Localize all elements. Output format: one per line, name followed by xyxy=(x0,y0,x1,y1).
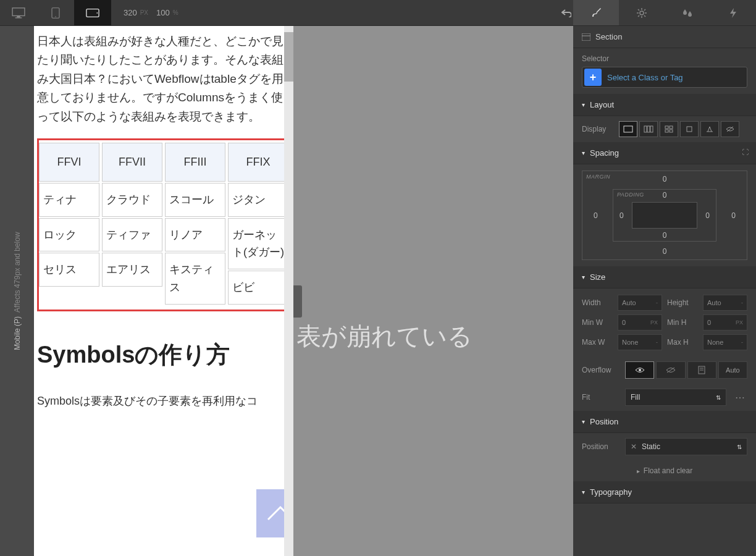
table-cell: ガーネット(ダガー) xyxy=(228,218,288,270)
scrollbar-thumb[interactable] xyxy=(284,32,293,82)
table-header: FFIX xyxy=(228,143,288,182)
fit-row: Fit Fill⇅ ⋯ xyxy=(573,384,756,411)
panel-tabs xyxy=(573,0,756,26)
overflow-row: Overflow Auto xyxy=(573,356,756,384)
position-select[interactable]: ✕Static ⇅ xyxy=(625,438,747,455)
flex-icon xyxy=(644,125,653,133)
table-cell: ティナ xyxy=(39,183,99,217)
svg-rect-2 xyxy=(15,17,22,18)
padding-left[interactable]: 0 xyxy=(620,211,624,220)
svg-rect-21 xyxy=(687,127,692,132)
breakpoint-desktop[interactable] xyxy=(0,0,37,25)
minw-input[interactable]: 0PX xyxy=(618,314,662,331)
padding-top[interactable]: 0 xyxy=(663,191,667,200)
droplets-icon xyxy=(682,7,693,19)
display-grid[interactable] xyxy=(660,121,678,137)
float-clear-row[interactable]: ▸ Float and clear xyxy=(573,460,756,481)
canvas-zoom[interactable]: 100 xyxy=(156,8,170,17)
display-block[interactable] xyxy=(619,121,637,137)
zoom-unit: % xyxy=(173,9,178,16)
table-header: FFIII xyxy=(165,143,225,182)
svg-rect-1 xyxy=(17,15,20,17)
minh-label: Min H xyxy=(667,318,698,327)
size-section-header[interactable]: ▾ Size xyxy=(573,266,756,289)
preview-scrollbar[interactable] xyxy=(284,26,293,556)
layout-section-header[interactable]: ▾ Layout xyxy=(573,94,756,116)
margin-bottom[interactable]: 0 xyxy=(663,247,667,256)
close-icon: ✕ xyxy=(631,442,637,451)
tab-effects[interactable] xyxy=(710,0,756,25)
display-inline[interactable] xyxy=(700,121,719,137)
tab-style[interactable] xyxy=(573,0,619,25)
display-none[interactable] xyxy=(721,121,739,137)
table-cell: ロック xyxy=(39,218,99,252)
margin-top[interactable]: 0 xyxy=(663,175,667,183)
padding-right[interactable]: 0 xyxy=(705,211,710,220)
resize-handle[interactable] xyxy=(293,285,302,318)
chevron-down-icon: ▾ xyxy=(582,150,585,156)
svg-rect-20 xyxy=(670,130,673,132)
width-input[interactable]: Auto- xyxy=(618,295,662,311)
tab-settings[interactable] xyxy=(619,0,665,25)
overflow-visible[interactable] xyxy=(625,361,654,379)
overflow-auto[interactable]: Auto xyxy=(718,361,747,379)
table-cell: セリス xyxy=(39,253,99,287)
overflow-hidden[interactable] xyxy=(656,361,685,379)
margin-left[interactable]: 0 xyxy=(594,211,598,220)
chevron-down-icon: ▾ xyxy=(582,274,585,280)
breakpoint-switcher xyxy=(0,0,111,25)
maxw-label: Max W xyxy=(582,338,613,347)
add-class-button[interactable]: + xyxy=(584,69,602,86)
fit-select[interactable]: Fill⇅ xyxy=(625,389,726,406)
fit-more-button[interactable]: ⋯ xyxy=(733,392,747,403)
padding-bottom[interactable]: 0 xyxy=(663,231,667,240)
minh-input[interactable]: 0PX xyxy=(703,314,747,331)
chevron-down-icon: ▾ xyxy=(582,101,585,108)
canvas-width[interactable]: 320 xyxy=(124,8,137,17)
block-icon xyxy=(623,125,633,133)
maxw-input[interactable]: None- xyxy=(618,334,662,350)
svg-point-10 xyxy=(640,11,644,15)
spacing-editor[interactable]: MARGIN 0 0 0 0 PADDING 0 0 0 0 xyxy=(573,164,756,266)
display-inline-block[interactable] xyxy=(680,121,699,137)
selector-input[interactable]: + Select a Class or Tag xyxy=(582,67,747,88)
svg-rect-11 xyxy=(582,33,590,41)
position-section-header[interactable]: ▾ Position xyxy=(573,411,756,433)
overflow-scroll[interactable] xyxy=(687,361,716,379)
svg-rect-15 xyxy=(647,126,650,132)
svg-rect-17 xyxy=(665,126,668,128)
breakpoint-mobile-landscape[interactable] xyxy=(74,0,111,25)
margin-right[interactable]: 0 xyxy=(731,211,736,220)
table-cell: エアリス xyxy=(102,253,162,287)
display-flex[interactable] xyxy=(639,121,658,137)
typography-section-header[interactable]: ▾ Typography xyxy=(573,481,756,503)
selector-placeholder: Select a Class or Tag xyxy=(603,73,683,82)
spacing-section-header[interactable]: ▾ Spacing ⛶ xyxy=(573,142,756,164)
table-header: FFVI xyxy=(39,143,99,182)
selector-label: Selector xyxy=(582,54,747,63)
height-label: Height xyxy=(667,298,698,307)
maxh-label: Max H xyxy=(667,338,698,347)
section-icon xyxy=(582,33,590,41)
table-cell: キスティス xyxy=(165,253,225,305)
eye-off-icon xyxy=(666,367,676,373)
bolt-icon xyxy=(729,7,737,19)
annotation-text: 表が崩れている xyxy=(296,319,472,353)
breakpoint-rail-text: Mobile (P) Affects 479px and below xyxy=(13,232,22,350)
symbols-paragraph: Symbolsは要素及びその子要素を再利用なコ xyxy=(37,392,290,410)
width-unit: PX xyxy=(140,9,148,16)
breakpoint-tablet[interactable] xyxy=(37,0,74,25)
breadcrumb-row[interactable]: Section xyxy=(573,26,756,48)
size-grid: Width Auto- Height Auto- Min W 0PX Min H… xyxy=(573,289,756,356)
tab-interactions[interactable] xyxy=(665,0,710,25)
intro-paragraph: 日本人は表組みが好きな人種だと、どこかで見たり聞いたりしたことがあります。そんな… xyxy=(37,32,290,126)
device-preview[interactable]: 日本人は表組みが好きな人種だと、どこかで見たり聞いたりしたことがあります。そんな… xyxy=(34,26,293,556)
svg-point-6 xyxy=(96,12,98,14)
maxh-input[interactable]: None- xyxy=(703,334,747,350)
expand-icon[interactable]: ⛶ xyxy=(742,148,749,156)
table-header: FFVII xyxy=(102,143,162,182)
margin-label: MARGIN xyxy=(586,174,610,180)
svg-rect-19 xyxy=(665,130,668,132)
height-input[interactable]: Auto- xyxy=(703,295,747,311)
chevron-right-icon: ▸ xyxy=(637,468,640,474)
